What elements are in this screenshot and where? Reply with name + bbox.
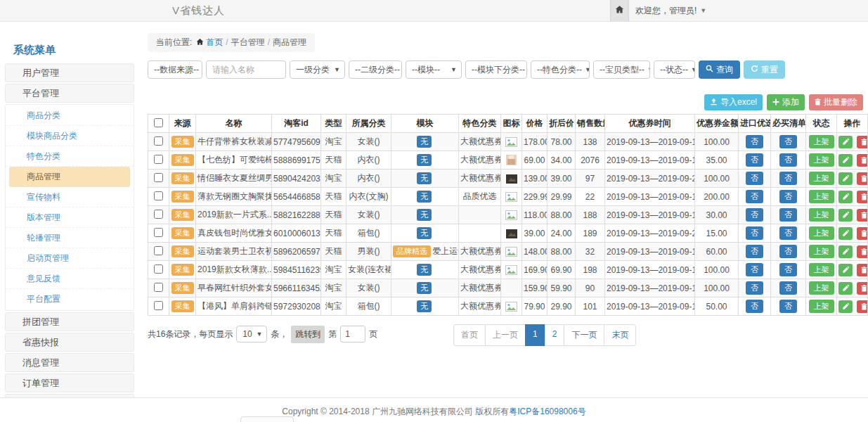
delete-button[interactable] xyxy=(857,191,867,203)
filter-select[interactable]: --二级分类--▼ xyxy=(349,60,402,79)
row-checkbox[interactable] xyxy=(154,210,163,219)
must-buy-toggle[interactable]: 否 xyxy=(779,263,797,276)
delete-button[interactable] xyxy=(857,282,867,295)
status-toggle[interactable]: 上架 xyxy=(809,263,834,276)
sidebar-subitem[interactable]: 模块商品分类 xyxy=(6,126,134,146)
row-checkbox[interactable] xyxy=(154,228,163,237)
row-checkbox[interactable] xyxy=(154,155,163,164)
page-button[interactable]: 首页 xyxy=(453,324,486,346)
sidebar-subitem[interactable]: 商品管理 xyxy=(9,167,130,187)
row-checkbox[interactable] xyxy=(154,191,163,200)
import-select-toggle[interactable]: 否 xyxy=(746,153,763,166)
import-select-toggle[interactable]: 否 xyxy=(746,263,763,276)
batch-delete-button[interactable]: 批量删除 xyxy=(809,94,863,110)
user-menu[interactable]: 欢迎您，管理员! ▼ xyxy=(635,0,706,21)
row-checkbox[interactable] xyxy=(154,173,163,182)
status-toggle[interactable]: 上架 xyxy=(809,226,834,239)
edit-button[interactable] xyxy=(838,264,853,276)
import-select-toggle[interactable]: 否 xyxy=(746,226,763,239)
filter-select[interactable]: --模块下分类--▼ xyxy=(465,60,527,79)
must-buy-toggle[interactable]: 否 xyxy=(779,208,797,221)
home-button[interactable] xyxy=(610,0,629,21)
sidebar-subitem[interactable]: 平台配置 xyxy=(6,289,134,309)
must-buy-toggle[interactable]: 否 xyxy=(779,135,797,148)
sidebar-subitem[interactable]: 轮播管理 xyxy=(6,228,134,248)
status-toggle[interactable]: 上架 xyxy=(809,300,834,312)
jump-page-input[interactable] xyxy=(340,326,365,343)
import-select-toggle[interactable]: 否 xyxy=(746,208,763,221)
select-all-checkbox[interactable] xyxy=(154,118,163,127)
must-buy-toggle[interactable]: 否 xyxy=(779,281,797,294)
page-button[interactable]: 下一页 xyxy=(564,324,604,346)
import-select-toggle[interactable]: 否 xyxy=(746,281,763,294)
sidebar-subitem[interactable]: 启动页管理 xyxy=(6,248,134,269)
per-page-select[interactable]: 10▼ xyxy=(236,326,267,343)
edit-button[interactable] xyxy=(838,282,853,295)
row-checkbox[interactable] xyxy=(154,283,163,292)
edit-button[interactable] xyxy=(838,209,853,222)
icp-link[interactable]: 粤ICP备16098006号 xyxy=(509,407,585,416)
filter-select[interactable]: --状态--▼ xyxy=(654,60,695,79)
name-search-input[interactable] xyxy=(206,60,286,79)
must-buy-toggle[interactable]: 否 xyxy=(779,245,797,257)
page-button[interactable]: 上一页 xyxy=(485,324,526,346)
filter-select[interactable]: --数据来源--▼ xyxy=(148,60,202,79)
jump-button[interactable]: 跳转到 xyxy=(291,326,325,343)
status-toggle[interactable]: 上架 xyxy=(809,190,834,203)
delete-button[interactable] xyxy=(857,264,867,276)
import-select-toggle[interactable]: 否 xyxy=(746,135,763,148)
filter-select[interactable]: --模块--▼ xyxy=(406,60,462,79)
edit-button[interactable] xyxy=(838,245,853,258)
delete-button[interactable] xyxy=(857,154,867,167)
page-button[interactable]: 1 xyxy=(525,324,545,346)
breadcrumb-home-link[interactable]: 首页 xyxy=(206,37,223,47)
must-buy-toggle[interactable]: 否 xyxy=(779,300,797,312)
status-toggle[interactable]: 上架 xyxy=(809,245,834,257)
delete-button[interactable] xyxy=(857,300,867,313)
edit-button[interactable] xyxy=(838,136,853,148)
page-button[interactable]: 2 xyxy=(545,324,565,346)
row-checkbox[interactable] xyxy=(154,246,163,255)
delete-button[interactable] xyxy=(857,172,867,185)
row-checkbox[interactable] xyxy=(154,301,163,310)
sidebar-item[interactable]: 平台管理 xyxy=(5,84,134,103)
sidebar-item[interactable]: 订单管理 xyxy=(5,373,134,392)
filter-select[interactable]: --特色分类--▼ xyxy=(531,60,590,79)
status-toggle[interactable]: 上架 xyxy=(809,172,834,184)
import-select-toggle[interactable]: 否 xyxy=(746,245,763,257)
row-checkbox[interactable] xyxy=(154,264,163,274)
sidebar-subitem[interactable]: 特色分类 xyxy=(6,146,134,167)
edit-button[interactable] xyxy=(838,154,853,167)
delete-button[interactable] xyxy=(857,209,867,222)
sidebar-item[interactable]: 消息管理 xyxy=(5,353,134,372)
edit-button[interactable] xyxy=(838,227,853,240)
must-buy-toggle[interactable]: 否 xyxy=(779,190,797,203)
status-toggle[interactable]: 上架 xyxy=(809,153,834,166)
edit-button[interactable] xyxy=(838,172,853,185)
add-button[interactable]: 添加 xyxy=(767,94,805,110)
sidebar-item[interactable]: 拼团管理 xyxy=(5,312,134,331)
sidebar-subitem[interactable]: 商品分类 xyxy=(6,106,134,126)
import-excel-button[interactable]: 导入excel xyxy=(704,94,763,110)
row-checkbox[interactable] xyxy=(154,136,163,146)
status-toggle[interactable]: 上架 xyxy=(809,135,834,148)
must-buy-toggle[interactable]: 否 xyxy=(779,226,797,239)
page-button[interactable]: 末页 xyxy=(604,324,636,346)
import-select-toggle[interactable]: 否 xyxy=(746,172,763,184)
delete-button[interactable] xyxy=(857,136,867,148)
import-select-toggle[interactable]: 否 xyxy=(746,190,763,203)
sidebar-subitem[interactable]: 版本管理 xyxy=(6,207,134,228)
filter-select[interactable]: --宝贝类型--▼ xyxy=(593,60,650,79)
edit-button[interactable] xyxy=(838,191,853,203)
must-buy-toggle[interactable]: 否 xyxy=(779,153,797,166)
status-toggle[interactable]: 上架 xyxy=(809,281,834,294)
reset-button[interactable]: 重置 xyxy=(744,60,785,79)
sidebar-subitem[interactable]: 意见反馈 xyxy=(6,269,134,289)
sidebar-item[interactable]: 省惠快报 xyxy=(5,333,134,352)
sidebar-subitem[interactable]: 宣传物料 xyxy=(6,187,134,207)
must-buy-toggle[interactable]: 否 xyxy=(779,172,797,184)
query-button[interactable]: 查询 xyxy=(699,60,740,79)
delete-button[interactable] xyxy=(857,245,867,258)
filter-select[interactable]: 一级分类▼ xyxy=(290,60,345,79)
status-toggle[interactable]: 上架 xyxy=(809,208,834,221)
